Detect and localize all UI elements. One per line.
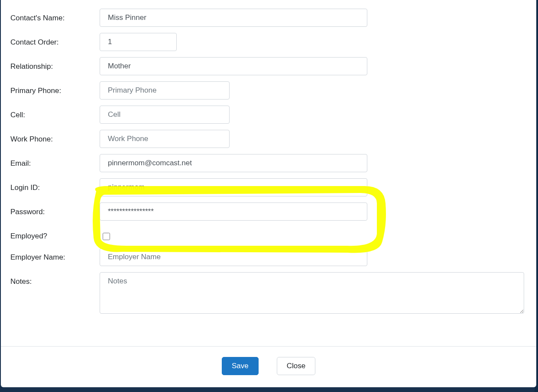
login-id-input[interactable]: [100, 178, 367, 196]
contact-order-input[interactable]: [100, 33, 177, 51]
employed-checkbox[interactable]: [103, 233, 110, 240]
employer-name-input[interactable]: [100, 248, 367, 266]
contact-modal: Contact's Name: Contact Order: Relations…: [1, 0, 536, 387]
primary-phone-label: Primary Phone:: [1, 81, 92, 95]
primary-phone-input[interactable]: [100, 81, 230, 100]
notes-label: Notes:: [1, 272, 92, 286]
work-phone-input[interactable]: [100, 130, 230, 148]
contact-order-label: Contact Order:: [1, 33, 92, 47]
employed-label: Employed?: [1, 227, 92, 241]
login-id-label: Login ID:: [1, 178, 92, 192]
email-input[interactable]: [100, 154, 367, 172]
contact-name-input[interactable]: [100, 9, 367, 27]
employer-name-label: Employer Name:: [1, 248, 92, 262]
contact-name-label: Contact's Name:: [1, 9, 92, 22]
cell-label: Cell:: [1, 106, 92, 119]
relationship-input[interactable]: [100, 57, 367, 75]
close-button[interactable]: Close: [277, 357, 315, 375]
cell-input[interactable]: [100, 106, 230, 124]
relationship-label: Relationship:: [1, 57, 92, 71]
modal-body: Contact's Name: Contact Order: Relations…: [1, 0, 536, 346]
modal-footer: Save Close: [1, 346, 536, 387]
password-input[interactable]: [100, 202, 367, 221]
email-label: Email:: [1, 154, 92, 168]
password-label: Password:: [1, 202, 92, 216]
work-phone-label: Work Phone:: [1, 130, 92, 144]
save-button[interactable]: Save: [222, 357, 259, 375]
notes-textarea[interactable]: [100, 272, 524, 314]
